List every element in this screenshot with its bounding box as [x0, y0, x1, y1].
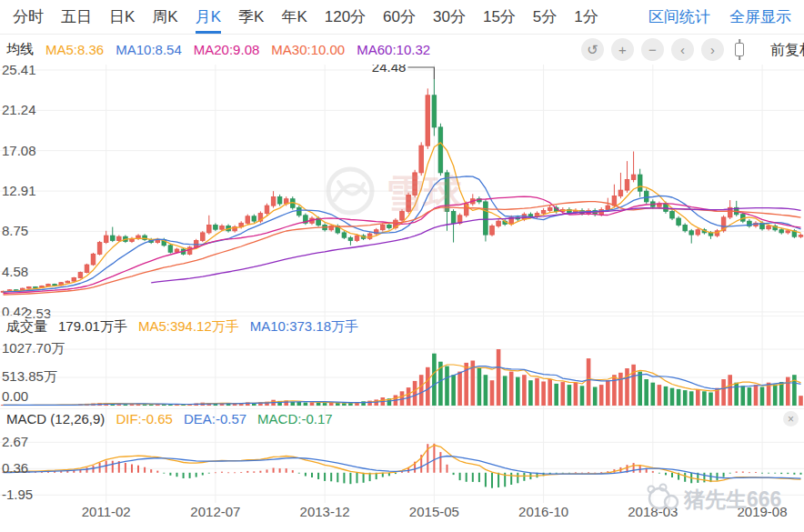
svg-text:513.85万: 513.85万	[2, 368, 57, 384]
svg-text:雪球: 雪球	[386, 172, 462, 215]
tab-minute[interactable]: 分时	[13, 0, 44, 34]
zoom-out-icon[interactable]: −	[641, 38, 664, 61]
axis-labels: 25.4121.2417.0812.918.754.580.422.531027…	[2, 62, 65, 502]
tab-weekly[interactable]: 周K	[152, 0, 177, 34]
svg-text:8.75: 8.75	[2, 223, 28, 238]
svg-text:2015-05: 2015-05	[409, 504, 459, 519]
svg-text:2012-07: 2012-07	[190, 504, 240, 519]
svg-text:2013-12: 2013-12	[300, 504, 350, 519]
svg-text:2016-10: 2016-10	[518, 504, 568, 519]
svg-text:2011-02: 2011-02	[82, 504, 131, 519]
svg-text:0.00: 0.00	[2, 388, 28, 404]
reset-zoom-icon[interactable]: ↺	[581, 38, 604, 61]
tab-5day[interactable]: 五日	[61, 0, 92, 34]
period-tab-bar: 分时 五日 日K 周K 月K 季K 年K 120分 60分 30分 15分 5分…	[0, 0, 804, 35]
center-watermark: 雪球	[328, 169, 462, 215]
ma30-value: MA30:10.00	[271, 42, 345, 57]
svg-text:1027.70万: 1027.70万	[2, 340, 65, 356]
nav-links: 区间统计 全屏显示	[648, 0, 791, 34]
ma20-value: MA20:9.08	[194, 42, 260, 57]
ma10-value: MA10:8.54	[116, 42, 182, 57]
tab-15min[interactable]: 15分	[483, 0, 516, 34]
macd-dif-value: DIF:-0.65	[116, 411, 173, 427]
macd-title: MACD (12,26,9)	[6, 411, 105, 427]
macd-dif-line	[4, 446, 801, 482]
volume-current-value: 179.01万手	[58, 318, 127, 336]
tab-monthly[interactable]: 月K	[196, 0, 221, 34]
volume-title: 成交量	[6, 318, 47, 336]
tab-60min[interactable]: 60分	[383, 0, 416, 34]
stock-chart[interactable]: 25.4121.2417.0812.918.754.580.422.531027…	[0, 0, 804, 532]
ma60-value: MA60:10.32	[357, 42, 430, 57]
svg-text:21.24: 21.24	[2, 102, 36, 117]
link-fullscreen[interactable]: 全屏显示	[729, 6, 791, 27]
tab-1min[interactable]: 1分	[574, 0, 598, 34]
svg-text:17.08: 17.08	[2, 143, 36, 158]
volume-ma10-value: MA10:373.18万手	[250, 318, 358, 336]
tab-120min[interactable]: 120分	[325, 0, 366, 34]
pan-right-icon[interactable]: ›	[701, 38, 724, 61]
close-macd-pane-icon[interactable]: ×	[783, 411, 799, 427]
svg-text:4.58: 4.58	[2, 264, 28, 279]
tab-daily[interactable]: 日K	[109, 0, 135, 34]
macd-pane-header: MACD (12,26,9) DIF:-0.65 DEA:-0.57 MACD:…	[0, 408, 804, 427]
volume-ma10-line	[4, 366, 801, 406]
svg-text:12.91: 12.91	[2, 183, 36, 198]
pan-left-icon[interactable]: ‹	[671, 38, 694, 61]
svg-text:-1.95: -1.95	[2, 487, 33, 502]
link-range-stats[interactable]: 区间统计	[648, 6, 710, 27]
macd-dea-value: DEA:-0.57	[184, 411, 246, 427]
svg-text:猪先生666: 猪先生666	[683, 487, 781, 511]
svg-text:0.36: 0.36	[2, 460, 28, 476]
tab-quarterly[interactable]: 季K	[238, 0, 264, 34]
ma5-value: MA5:8.36	[45, 42, 104, 57]
kline-style-icon[interactable]	[735, 43, 744, 56]
tab-yearly[interactable]: 年K	[281, 0, 307, 34]
stock-app-window: { "toolbar": { "tabs": [ {"label":"分时","…	[0, 0, 804, 532]
ma-legend-title: 均线	[6, 41, 34, 58]
volume-ma5-value: MA5:394.12万手	[138, 318, 239, 336]
tab-30min[interactable]: 30分	[433, 0, 466, 34]
bottom-watermark: 猪先生666	[648, 485, 782, 512]
tab-5min[interactable]: 5分	[533, 0, 557, 34]
ma-legend-row: 均线 MA5:8.36 MA10:8.54 MA20:9.08 MA30:10.…	[0, 35, 804, 65]
date-axis: 2011-022012-072013-122015-052016-102018-…	[82, 504, 788, 519]
macd-histogram	[3, 444, 802, 488]
adjust-mode-button[interactable]: 前复权	[770, 41, 804, 60]
chart-toolbar: ↺ + − ‹ ›	[581, 38, 748, 61]
gridlines	[0, 64, 804, 503]
macd-bar-value: MACD:-0.17	[257, 411, 333, 427]
zoom-in-icon[interactable]: +	[611, 38, 634, 61]
svg-text:2.67: 2.67	[2, 434, 28, 449]
volume-pane-header: 成交量 179.01万手 MA5:394.12万手 MA10:373.18万手	[0, 316, 804, 337]
